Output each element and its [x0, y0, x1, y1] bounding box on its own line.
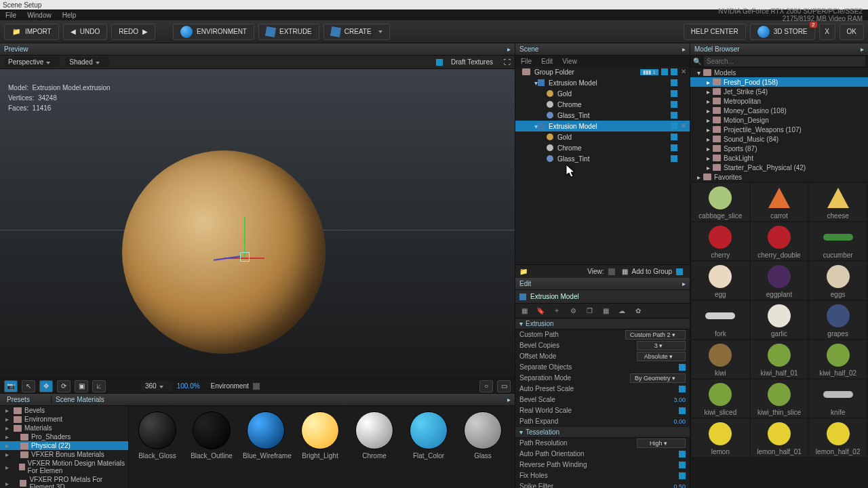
scene-tree-row[interactable]: ▾ Extrusion Model✕ [515, 121, 690, 131]
menu-window[interactable]: Window [27, 12, 52, 19]
view-mode-select[interactable]: Perspective [4, 57, 60, 67]
model-thumbnail[interactable]: cheese [809, 183, 867, 221]
tag-icon[interactable]: 🔖 [534, 304, 547, 317]
scene-tree-row[interactable]: Gold [515, 131, 690, 142]
scene-tree-row[interactable]: Gold [515, 88, 690, 99]
model-tree-item[interactable]: ▸ Sports (87) [690, 144, 868, 153]
property-select[interactable]: 3 ▾ [637, 341, 686, 350]
model-tree-item[interactable]: ▸ Starter_Pack_Physical (42) [690, 163, 868, 172]
property-checkbox[interactable] [679, 386, 686, 392]
presets-tree-item[interactable]: ▸Bevels [0, 406, 128, 415]
folder-icon[interactable]: 📁 [519, 268, 528, 275]
material-item[interactable]: Glass [460, 411, 506, 460]
property-number[interactable]: 0.00 [661, 418, 686, 425]
model-thumbnail[interactable]: carrot [751, 183, 808, 221]
property-group-header[interactable]: ▾Extrusion [515, 319, 690, 329]
panel-collapse-icon[interactable]: ▸ [507, 45, 511, 53]
property-group-header[interactable]: ▾Tesselation [515, 427, 690, 438]
model-tree-item[interactable]: ▸ Motion_Design [690, 115, 868, 125]
property-checkbox[interactable] [679, 364, 686, 371]
property-checkbox[interactable] [679, 472, 686, 479]
material-item[interactable]: Black_Gloss [134, 411, 180, 460]
panel-collapse-icon[interactable]: ▸ [861, 45, 864, 53]
scene-tree-row[interactable]: Chrome [515, 99, 690, 110]
model-thumbnail[interactable]: cherry [692, 222, 749, 260]
fullscreen-icon[interactable]: ⛶ [504, 58, 511, 66]
model-thumbnail[interactable]: fork [692, 301, 749, 339]
scene-tree[interactable]: Group Folder▮▮▮ 1✕▾ Extrusion ModelGoldC… [515, 66, 690, 264]
shade-mode-select[interactable]: Shaded [65, 57, 108, 67]
presets-tree-item[interactable]: ▸Environment [0, 415, 128, 424]
model-thumbnail[interactable]: cherry_double [751, 222, 808, 260]
menu-help[interactable]: Help [62, 12, 77, 19]
property-select[interactable]: High ▾ [637, 439, 686, 448]
model-tree-item[interactable]: ▸ Jet_Strike (54) [690, 87, 868, 96]
settings-icon[interactable]: ✿ [632, 304, 644, 317]
draft-textures-checkbox[interactable] [436, 59, 443, 66]
model-search-input[interactable] [704, 56, 865, 66]
environment-checkbox[interactable] [253, 383, 260, 390]
property-select[interactable]: Absolute ▾ [637, 352, 686, 361]
viewport[interactable]: Model: Extrusion Model.extrusion Vertice… [0, 69, 515, 378]
materials-grid[interactable]: Black_GlossBlack_OutlineBlue_WireframeBr… [129, 406, 515, 488]
anchor-tool-button[interactable]: ⟀ [92, 380, 106, 392]
model-tree-item[interactable]: ▸ Favorites [690, 172, 868, 182]
model-thumbnail[interactable]: knife [809, 380, 867, 418]
create-button[interactable]: CREATE [323, 24, 390, 40]
model-grid[interactable]: cabbage_slicecarrotcheesecherrycherry_do… [690, 182, 868, 488]
grid-icon[interactable]: ▦ [599, 304, 612, 317]
property-number[interactable]: 3.00 [661, 396, 686, 403]
property-checkbox[interactable] [679, 407, 686, 414]
model-tree-item[interactable]: ▸ BackLight [690, 153, 868, 163]
material-item[interactable]: Black_Outline [189, 411, 235, 460]
add-group-checkbox[interactable] [676, 268, 683, 275]
extrude-button[interactable]: EXTRUDE [258, 24, 319, 40]
model-tree-item[interactable]: ▸ Money_Casino (108) [690, 106, 868, 115]
model-thumbnail[interactable]: kiwi_half_02 [809, 340, 867, 378]
cloud-icon[interactable]: ☁ [616, 304, 628, 317]
scene-menu-edit[interactable]: Edit [541, 58, 553, 65]
model-thumbnail[interactable]: lemon_half_02 [809, 419, 867, 457]
presets-tree[interactable]: ▸Bevels▸Environment▸Materials▸Pro_Shader… [0, 406, 129, 488]
viewport-model[interactable] [122, 150, 326, 354]
model-tree-item[interactable]: ▸ Sound_Music (84) [690, 134, 868, 144]
presets-tree-item[interactable]: ▸Physical (22) [0, 441, 128, 450]
menu-file[interactable]: File [5, 12, 16, 19]
model-thumbnail[interactable]: cucumber [809, 222, 867, 260]
material-item[interactable]: Flat_Color [406, 411, 452, 460]
help-center-button[interactable]: HELP CENTER [684, 24, 746, 40]
display-toggle[interactable]: ▭ [497, 380, 511, 392]
model-thumbnail[interactable]: eggplant [751, 262, 808, 300]
presets-tree-item[interactable]: ▸Pro_Shaders [0, 432, 128, 441]
transform-icon[interactable]: ▦ [518, 304, 530, 317]
property-checkbox[interactable] [679, 451, 686, 458]
camera-tool-button[interactable]: 📷 [4, 380, 18, 392]
model-thumbnail[interactable]: grapes [809, 301, 867, 339]
model-thumbnail[interactable]: kiwi [692, 340, 749, 378]
presets-tree-item[interactable]: ▸VFXER Bonus Materials [0, 450, 128, 459]
wireframe-toggle[interactable]: ○ [479, 380, 493, 392]
property-select[interactable]: By Geometry ▾ [630, 373, 686, 383]
undo-button[interactable]: ◀ UNDO [63, 24, 107, 40]
view-sphere-toggle[interactable] [608, 268, 615, 275]
zoom-value[interactable]: 100.0% [177, 382, 200, 390]
model-thumbnail[interactable]: kiwi_thin_slice [751, 380, 808, 418]
model-thumbnail[interactable]: lemon [692, 419, 749, 457]
model-thumbnail[interactable]: kiwi_sliced [692, 380, 749, 418]
move-tool-button[interactable]: ✥ [39, 380, 53, 392]
model-tree-item[interactable]: ▸ Metropolitan [690, 96, 868, 106]
model-tree-item[interactable]: ▾ Models [690, 68, 868, 77]
material-item[interactable]: Chrome [351, 411, 397, 460]
material-item[interactable]: Blue_Wireframe [243, 411, 289, 460]
presets-tree-item[interactable]: ▸VFXER PRO Metals For Element 3D [0, 475, 128, 488]
presets-tree-item[interactable]: ▸Materials [0, 424, 128, 432]
panel-collapse-icon[interactable]: ▸ [682, 45, 686, 53]
environment-button[interactable]: ENVIRONMENT [173, 24, 254, 40]
3d-store-button[interactable]: 3D STORE 2 [750, 24, 815, 40]
redo-button[interactable]: REDO ▶ [111, 24, 155, 40]
close-button[interactable]: X [819, 24, 835, 40]
add-icon[interactable]: ＋ [551, 304, 563, 317]
add-to-group-button[interactable]: Add to Group [632, 268, 672, 275]
duplicate-icon[interactable]: ❐ [583, 304, 595, 317]
view-grid-toggle[interactable]: ▦ [622, 268, 628, 275]
